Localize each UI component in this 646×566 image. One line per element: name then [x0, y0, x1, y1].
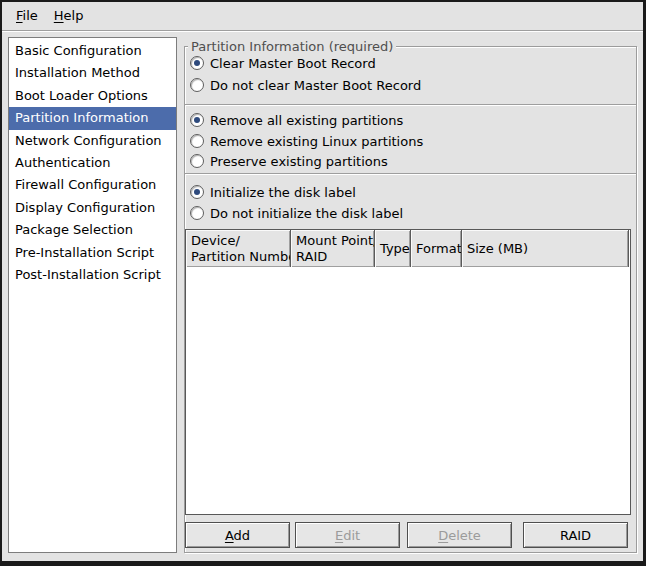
- column-header-format[interactable]: Format: [411, 230, 462, 267]
- radio-button-icon: [190, 206, 204, 220]
- radio-label: Remove existing Linux partitions: [210, 134, 423, 149]
- column-header-device-partition-number[interactable]: Device/ Partition Number: [186, 230, 291, 267]
- sidebar-item-display-configuration[interactable]: Display Configuration: [9, 197, 176, 219]
- sidebar-item-label: Post-Installation Script: [15, 267, 161, 282]
- radio-button-icon: [190, 56, 204, 70]
- menubar: File Help: [2, 2, 643, 30]
- radio-label: Preserve existing partitions: [210, 154, 388, 169]
- sidebar-item-label: Firewall Configuration: [15, 177, 156, 192]
- radio-remove-linux-partitions[interactable]: Remove existing Linux partitions: [190, 132, 423, 150]
- radio-label: Do not clear Master Boot Record: [210, 78, 421, 93]
- frame-title: Partition Information (required): [188, 39, 396, 54]
- radio-label: Remove all existing partitions: [210, 113, 403, 128]
- sidebar-item-post-installation-script[interactable]: Post-Installation Script: [9, 264, 176, 286]
- radio-button-icon: [190, 134, 204, 148]
- radio-button-icon: [190, 185, 204, 199]
- separator: [185, 104, 636, 106]
- radio-initialize-disk-label[interactable]: Initialize the disk label: [190, 183, 356, 201]
- radio-button-icon: [190, 113, 204, 127]
- menu-file-label-rest: ile: [23, 8, 38, 23]
- sidebar-item-label: Package Selection: [15, 222, 133, 237]
- radio-remove-all-partitions[interactable]: Remove all existing partitions: [190, 111, 403, 129]
- radio-button-icon: [190, 78, 204, 92]
- table-body-empty[interactable]: [186, 267, 630, 514]
- menu-file[interactable]: File: [8, 2, 46, 30]
- edit-button[interactable]: Edit: [295, 522, 400, 548]
- raid-button[interactable]: RAID: [523, 522, 628, 548]
- column-header-line: Mount Point/: [296, 233, 372, 249]
- sidebar-item-network-configuration[interactable]: Network Configuration: [9, 130, 176, 152]
- button-label-rest: dd: [234, 528, 251, 543]
- sidebar-item-boot-loader-options[interactable]: Boot Loader Options: [9, 85, 176, 107]
- column-header-mount-point-raid[interactable]: Mount Point/ RAID: [291, 230, 375, 267]
- kickstart-configurator-window: File Help Basic Configuration Installati…: [0, 0, 646, 566]
- column-header-line: Size (MB): [467, 241, 626, 257]
- menu-help-label-rest: elp: [64, 8, 84, 23]
- button-label: D: [438, 528, 448, 543]
- button-label-rest: elete: [448, 528, 481, 543]
- radio-preserve-partitions[interactable]: Preserve existing partitions: [190, 152, 388, 170]
- sidebar-item-label: Network Configuration: [15, 133, 162, 148]
- menu-help-label: H: [54, 8, 64, 23]
- sidebar-item-label: Installation Method: [15, 65, 140, 80]
- partitions-table: Device/ Partition Number Mount Point/ RA…: [185, 229, 631, 515]
- sidebar-item-label: Pre-Installation Script: [15, 245, 154, 260]
- radio-label: Do not initialize the disk label: [210, 206, 403, 221]
- menu-help[interactable]: Help: [46, 2, 92, 30]
- menubar-separator: [2, 30, 643, 32]
- sidebar-item-authentication[interactable]: Authentication: [9, 152, 176, 174]
- button-label: A: [225, 528, 234, 543]
- delete-button[interactable]: Delete: [407, 522, 512, 548]
- column-header-size-mb[interactable]: Size (MB): [462, 230, 629, 267]
- radio-label: Clear Master Boot Record: [210, 56, 376, 71]
- separator: [185, 173, 636, 175]
- column-header-line: Partition Number: [191, 249, 288, 265]
- column-header-line: Type: [380, 241, 408, 257]
- column-header-line: Format: [416, 241, 459, 257]
- radio-no-initialize-disk-label[interactable]: Do not initialize the disk label: [190, 204, 403, 222]
- sidebar-item-label: Partition Information: [15, 110, 149, 125]
- button-label-rest: dit: [343, 528, 360, 543]
- radio-label: Initialize the disk label: [210, 185, 356, 200]
- sidebar-item-label: Authentication: [15, 155, 110, 170]
- radio-no-clear-mbr[interactable]: Do not clear Master Boot Record: [190, 76, 421, 94]
- sidebar-item-pre-installation-script[interactable]: Pre-Installation Script: [9, 242, 176, 264]
- column-header-line: RAID: [296, 249, 372, 265]
- sidebar-item-partition-information[interactable]: Partition Information: [9, 107, 176, 129]
- section-list: Basic Configuration Installation Method …: [8, 37, 177, 553]
- button-label: E: [335, 528, 343, 543]
- column-header-type[interactable]: Type: [375, 230, 411, 267]
- sidebar-item-label: Display Configuration: [15, 200, 155, 215]
- table-header-row: Device/ Partition Number Mount Point/ RA…: [186, 230, 630, 267]
- sidebar-item-label: Boot Loader Options: [15, 88, 148, 103]
- add-button[interactable]: Add: [185, 522, 290, 548]
- column-header-line: Device/: [191, 233, 288, 249]
- sidebar-item-installation-method[interactable]: Installation Method: [9, 62, 176, 84]
- sidebar-item-firewall-configuration[interactable]: Firewall Configuration: [9, 174, 176, 196]
- button-label-rest: RAID: [560, 528, 591, 543]
- sidebar-item-package-selection[interactable]: Package Selection: [9, 219, 176, 241]
- radio-clear-mbr[interactable]: Clear Master Boot Record: [190, 54, 376, 72]
- radio-button-icon: [190, 154, 204, 168]
- sidebar-item-label: Basic Configuration: [15, 43, 142, 58]
- sidebar-item-basic-configuration[interactable]: Basic Configuration: [9, 40, 176, 62]
